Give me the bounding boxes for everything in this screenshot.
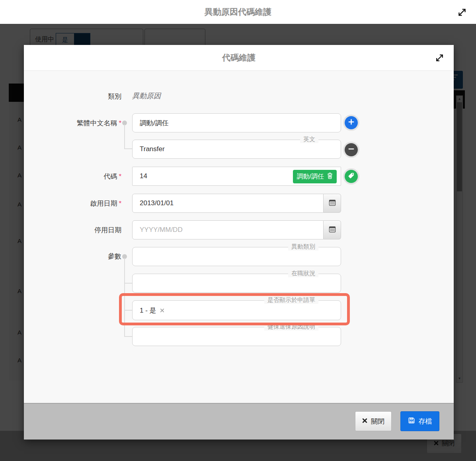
name-zh-label: 繁體中文名稱* (24, 119, 121, 128)
param-show-on-form-legend: 是否顯示於申請單 (264, 296, 318, 304)
name-en-legend: 英文 (300, 135, 318, 143)
trash-icon[interactable] (327, 173, 333, 181)
calendar-icon (329, 226, 336, 234)
required-mark: * (119, 119, 121, 127)
remove-name-button[interactable] (345, 143, 358, 156)
params-label: 參數 (24, 252, 121, 261)
close-button[interactable]: 關閉 (355, 411, 392, 431)
start-date-label: 啟用日期* (24, 199, 121, 208)
code-field[interactable]: 14 調動/調任 (132, 167, 341, 186)
modal-expand-icon[interactable] (435, 53, 445, 63)
end-date-field[interactable]: YYYY/MM/DD (132, 220, 324, 239)
param-employment-status-legend: 在職狀況 (288, 269, 318, 277)
end-date-picker-button[interactable] (324, 220, 341, 239)
end-date-placeholder: YYYY/MM/DD (140, 226, 183, 234)
minus-icon (348, 146, 354, 154)
code-tag-badge[interactable]: 調動/調任 (293, 170, 337, 183)
code-label: 代碼* (24, 172, 121, 181)
outer-dialog-title: 異動原因代碼維護 (0, 0, 476, 24)
connector-line (124, 310, 132, 311)
save-button-label: 存檔 (419, 417, 432, 426)
connector-line (124, 336, 132, 337)
tag-icon (347, 172, 355, 181)
outer-dialog-header: 異動原因代碼維護 (0, 0, 476, 24)
screen: 異動原因代碼維護 使用中 是 A A A A A A A A ▲ ▼ 關閉 代碼… (0, 0, 476, 461)
code-tag-label: 調動/調任 (297, 173, 324, 181)
required-mark: * (119, 200, 121, 207)
close-icon (362, 417, 367, 425)
start-date-field[interactable]: 2013/01/01 (132, 194, 324, 213)
add-name-button[interactable] (345, 116, 358, 129)
plus-icon (348, 119, 354, 126)
modal-title: 代碼維護 (24, 45, 454, 70)
category-value: 異動原因 (132, 91, 161, 101)
param-change-type-legend: 異動類別 (288, 243, 318, 251)
start-date-picker-button[interactable] (324, 194, 341, 213)
name-zh-field[interactable]: 調動/調任 (132, 113, 341, 132)
category-label: 類別 (24, 92, 121, 101)
tag-button[interactable] (345, 170, 358, 183)
code-maintenance-modal: 代碼維護 類別 異動原因 繁體中文名稱* 調動/調任 英文 Transfer 代… (24, 45, 454, 440)
calendar-icon (329, 199, 336, 208)
save-button[interactable]: 存檔 (400, 411, 439, 431)
outer-expand-icon[interactable] (457, 7, 467, 18)
required-mark: * (119, 173, 121, 180)
end-date-label: 停用日期 (24, 226, 121, 235)
connector-line (124, 258, 125, 337)
connector-line (124, 148, 132, 149)
modal-footer: 關閉 存檔 (24, 403, 454, 440)
modal-header: 代碼維護 (24, 45, 454, 71)
connector-line (124, 283, 132, 284)
param-nhi-reason-legend: 健保退保原因說明 (264, 323, 318, 331)
clear-value-icon[interactable] (160, 308, 164, 313)
save-icon (408, 417, 415, 426)
close-button-label: 關閉 (371, 417, 384, 426)
connector-line (124, 124, 125, 149)
